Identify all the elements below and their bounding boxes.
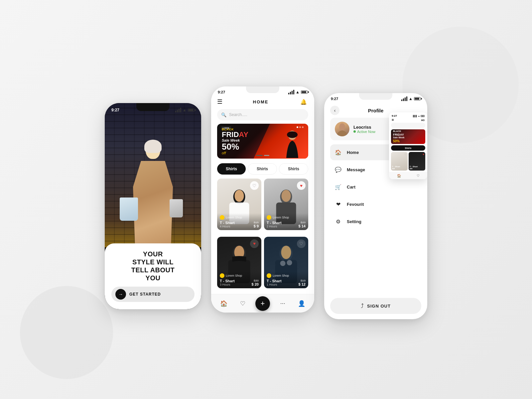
get-started-arrow-icon: → bbox=[115, 289, 126, 300]
p3-sig2 bbox=[403, 98, 404, 101]
get-started-button[interactable]: → GET STARTED bbox=[111, 287, 195, 302]
sign-out-button[interactable]: ⤴ SIGN OUT bbox=[330, 298, 421, 314]
home-menu-label: Home bbox=[347, 150, 359, 155]
phone3-inner: 9:27 ▲ ‹ Profile bbox=[324, 93, 427, 319]
mini-battery bbox=[421, 115, 425, 117]
cart-menu-label: Cart bbox=[347, 185, 355, 190]
product-1-name-price: T - Shart 4 Hours bbox=[220, 221, 235, 228]
nav-profile-button[interactable]: 👤 bbox=[296, 298, 308, 310]
product-4-time: 1 Hours bbox=[267, 283, 282, 286]
menu-item-favorites[interactable]: ❤ Fevourit bbox=[330, 196, 421, 212]
mini-battery-fill bbox=[421, 116, 424, 116]
mini-discount: 50% bbox=[393, 139, 405, 143]
product-3-info: Lorem Shop T - Shart 3 Hours $30 $ 20 bbox=[217, 271, 261, 288]
user-avatar bbox=[335, 122, 349, 136]
notification-bell-icon[interactable]: 🔔 bbox=[299, 97, 308, 106]
mini-friday: FRIDAY bbox=[393, 133, 405, 137]
p3-sig3 bbox=[405, 97, 406, 101]
svg-point-1 bbox=[287, 131, 298, 138]
mini-status-bar: 9:27 ▌▌▌ ▲ bbox=[389, 112, 427, 118]
mini-bottom-nav: 🏠 ♡ bbox=[389, 172, 427, 179]
carousel-dot-2 bbox=[264, 155, 269, 156]
back-button[interactable]: ‹ bbox=[330, 106, 339, 115]
woman-hair bbox=[144, 140, 162, 153]
banner-dot-3 bbox=[302, 126, 304, 128]
shop-1-name: Lorem Shop bbox=[226, 216, 242, 219]
category-tab-shirts-1[interactable]: Shirts bbox=[217, 163, 246, 175]
svg-point-16 bbox=[339, 123, 345, 131]
banner-dot-2 bbox=[299, 126, 301, 128]
product-1-favorite-button[interactable]: ♡ bbox=[250, 181, 259, 190]
product-1-price: $15 $ 9 bbox=[254, 221, 259, 228]
signal-bar-4 bbox=[180, 108, 181, 112]
settings-menu-icon: ⚙ bbox=[334, 217, 342, 225]
shop-3-name: Lorem Shop bbox=[226, 274, 242, 277]
product-2-price: $20 $ 14 bbox=[299, 221, 306, 228]
product-2-orig-price: $20 bbox=[299, 221, 306, 224]
nav-favorites-button[interactable]: ♡ bbox=[237, 298, 249, 310]
phone-profile: 9:27 ▲ ‹ Profile bbox=[324, 93, 427, 319]
category-tab-shirts-2[interactable]: Shirts bbox=[248, 163, 277, 175]
signal-bar-2 bbox=[177, 110, 178, 112]
p2-sig1 bbox=[288, 93, 289, 94]
nav-add-button[interactable]: + bbox=[255, 296, 270, 311]
product-2-name: T - Shart bbox=[267, 221, 282, 225]
phone1-bottom: YOUR STYLE WILL TELL ABOUT YOU → GET STA… bbox=[105, 243, 201, 309]
favorites-menu-icon: ❤ bbox=[334, 200, 342, 208]
sign-out-label: SIGN OUT bbox=[367, 304, 391, 309]
search-bar[interactable]: 🔍 Search..... bbox=[217, 109, 308, 120]
p2-sig3 bbox=[292, 91, 293, 94]
hamburger-menu-icon[interactable]: ☰ bbox=[217, 98, 222, 105]
banner-text-block: BLACK FRIDAY Sale Week 50% off bbox=[222, 128, 248, 155]
product-card-2[interactable]: ♥ Lorem Shop T - Shart 2 Hours bbox=[264, 179, 308, 230]
phone1-status-icons: ▲ bbox=[175, 108, 195, 112]
mini-prod2-price: $30 bbox=[410, 168, 418, 170]
sign-out-area: ⤴ SIGN OUT bbox=[330, 294, 421, 314]
p2-sig4 bbox=[293, 90, 294, 94]
mini-tab-label: Shirts bbox=[405, 147, 412, 149]
product-card-1[interactable]: ♡ Lorem Shop T - Shart 4 Hours bbox=[217, 179, 261, 230]
shop-2-avatar bbox=[267, 215, 271, 220]
banner-discount: 50% bbox=[222, 142, 248, 151]
product-card-4[interactable]: ♡ Lorem Shop T - Shart 1 Hours bbox=[264, 237, 308, 288]
mini-banner-text: BLACK FRIDAY Sale Week 50% bbox=[393, 130, 405, 143]
phone2-header: ☰ HOME 🔔 bbox=[211, 96, 314, 109]
shopping-bag-left bbox=[120, 198, 138, 221]
svg-point-7 bbox=[282, 190, 291, 202]
phone1-tagline: YOUR STYLE WILL TELL ABOUT YOU bbox=[131, 250, 175, 282]
nav-messages-button[interactable]: ··· bbox=[277, 298, 289, 310]
mini-home-overlay: 9:27 ▌▌▌ ▲ ☰ HO BLACK bbox=[389, 112, 427, 179]
nav-home-button[interactable]: 🏠 bbox=[218, 298, 230, 310]
carousel-dot-1 bbox=[256, 155, 263, 156]
woman-figure bbox=[120, 134, 186, 247]
tagline-l1: YOUR bbox=[131, 250, 175, 258]
phone3-notch bbox=[359, 93, 392, 100]
phone-welcome: 9:27 ▲ bbox=[105, 103, 201, 309]
menu-item-settings[interactable]: ⚙ Setting bbox=[330, 213, 421, 229]
product-2-sale-price: $ 14 bbox=[299, 224, 306, 228]
settings-menu-label: Setting bbox=[347, 219, 361, 224]
product-4-favorite-button[interactable]: ♡ bbox=[297, 239, 306, 248]
product-3-favorite-button[interactable]: ♥ bbox=[250, 239, 259, 248]
product-4-price: $19 $ 12 bbox=[299, 279, 306, 286]
status-text: Active Now bbox=[357, 130, 375, 134]
phone2-notch bbox=[246, 86, 279, 93]
product-3-orig-price: $30 bbox=[252, 279, 259, 282]
tab3-label: Shirts bbox=[288, 167, 299, 171]
product-card-3[interactable]: ♥ Lorem Shop T - Shart 3 Hours bbox=[217, 237, 261, 288]
banner-friday-text: FRIDAY bbox=[222, 131, 248, 138]
shop-2-name: Lorem Shop bbox=[273, 216, 289, 219]
category-tab-shirts-3[interactable]: Shirts bbox=[279, 163, 308, 175]
shop-1-avatar bbox=[220, 215, 224, 220]
mini-heart-1: ♡ bbox=[404, 153, 407, 156]
p2-sig2 bbox=[290, 92, 291, 94]
menu-item-cart[interactable]: 🛒 Cart bbox=[330, 179, 421, 195]
product-2-favorite-button[interactable]: ♥ bbox=[297, 181, 306, 190]
bg-decoration-left bbox=[20, 286, 113, 379]
svg-point-13 bbox=[281, 246, 291, 259]
phone1-wifi: ▲ bbox=[183, 108, 187, 112]
product-3-bottom: T - Shart 3 Hours $30 $ 20 bbox=[220, 279, 259, 286]
shop-4-avatar bbox=[267, 273, 271, 278]
promo-banner[interactable]: LOCK BLACK FRIDAY Sale Week 50% off bbox=[217, 124, 308, 159]
tab1-label: Shirts bbox=[226, 167, 237, 171]
